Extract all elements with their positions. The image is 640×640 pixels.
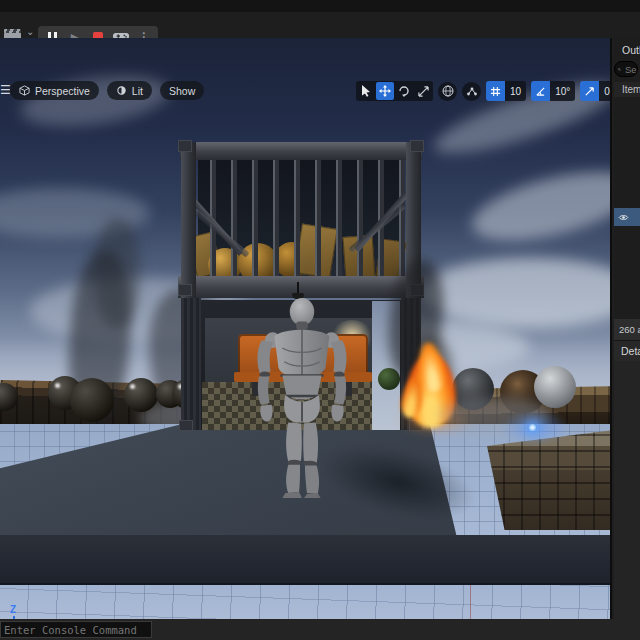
search-input[interactable] (625, 64, 637, 75)
view-mode-selector[interactable]: Lit (107, 81, 152, 100)
outliner-column-header[interactable]: Item Label (614, 82, 640, 97)
outliner-search[interactable] (614, 61, 638, 77)
scale-snap-icon (580, 81, 599, 101)
corner-casting (179, 420, 193, 431)
tab-details[interactable]: Details (614, 340, 640, 361)
cage-top-beam (180, 142, 422, 160)
smoke-plume (95, 218, 140, 328)
cursor-icon (361, 85, 371, 97)
surface-snap-icon (466, 85, 478, 97)
details-panel-body (614, 361, 640, 625)
axis-gizmo: Z X (4, 604, 44, 619)
actor-count: 260 actors (619, 324, 640, 335)
grid-snap-icon (486, 81, 505, 101)
rotation-snap-value: 10° (550, 81, 575, 101)
corner-casting (178, 284, 192, 296)
axis-z-label: Z (10, 604, 16, 615)
outliner-footer: 260 actors (614, 319, 640, 340)
details-tab-label: Details (621, 345, 640, 357)
grid-snap-value: 10 (505, 81, 526, 101)
sphere (124, 378, 158, 412)
chevron-down-icon[interactable]: ⌄ (26, 26, 34, 37)
outliner-selected-row[interactable] (614, 208, 640, 226)
mannequin-character (253, 295, 351, 500)
scale-snap-value: 0.25 (599, 81, 612, 101)
surface-snapping-button[interactable] (462, 82, 481, 101)
show-label: Show (169, 85, 195, 97)
tab-outliner[interactable]: Outliner (614, 41, 640, 58)
corner-casting (410, 140, 424, 152)
viewport-toolbar-right: 10 10° 0.25 4 (356, 81, 612, 101)
lit-label: Lit (132, 85, 143, 97)
rotate-icon (398, 85, 410, 97)
corner-casting (178, 140, 192, 152)
viewport-toolbar-left: Perspective Lit Show (10, 81, 204, 100)
sphere (534, 366, 576, 408)
platform-front (0, 535, 612, 585)
move-icon (379, 85, 391, 97)
cage-bars (196, 158, 406, 280)
world-space-toggle[interactable] (438, 82, 457, 101)
cube-icon (19, 85, 30, 96)
eye-icon (618, 214, 629, 221)
outliner-panel: Outliner Item Label 260 actors De (614, 38, 640, 625)
search-icon (618, 65, 621, 74)
move-tool[interactable] (376, 82, 394, 100)
perspective-selector[interactable]: Perspective (10, 81, 99, 100)
grid-major-line (470, 585, 471, 619)
status-bar (0, 619, 640, 640)
globe-icon (442, 85, 454, 97)
lit-icon (116, 85, 127, 96)
transform-tools (356, 81, 433, 101)
rotate-tool[interactable] (395, 82, 413, 100)
scale-snap-control[interactable]: 0.25 (580, 81, 612, 101)
show-menu[interactable]: Show (160, 81, 204, 100)
stone-ledge (487, 430, 612, 530)
level-viewport[interactable]: Z X ☰ Perspective Lit Sho (0, 38, 612, 619)
sphere (70, 378, 114, 422)
cage-post-left (181, 142, 196, 298)
scale-tool[interactable] (414, 82, 432, 100)
grid-floor-lower (0, 585, 612, 619)
grid-snap-control[interactable]: 10 (486, 81, 526, 101)
main-toolbar: ⌄ ▶ ⋮ (0, 12, 640, 38)
electric-spark (529, 424, 536, 431)
container-wall-left (181, 298, 201, 430)
unreal-editor-window: ⌄ ▶ ⋮ (0, 0, 640, 640)
console-input[interactable] (1, 624, 149, 636)
angle-snap-icon (531, 81, 550, 101)
console-command-bar[interactable] (0, 621, 152, 638)
scale-icon (418, 86, 429, 97)
item-label-header: Item Label (622, 84, 640, 95)
select-tool[interactable] (357, 82, 375, 100)
title-strip (0, 0, 640, 12)
outliner-tab-label: Outliner (622, 44, 640, 56)
perspective-label: Perspective (35, 85, 90, 97)
rotation-snap-control[interactable]: 10° (531, 81, 575, 101)
